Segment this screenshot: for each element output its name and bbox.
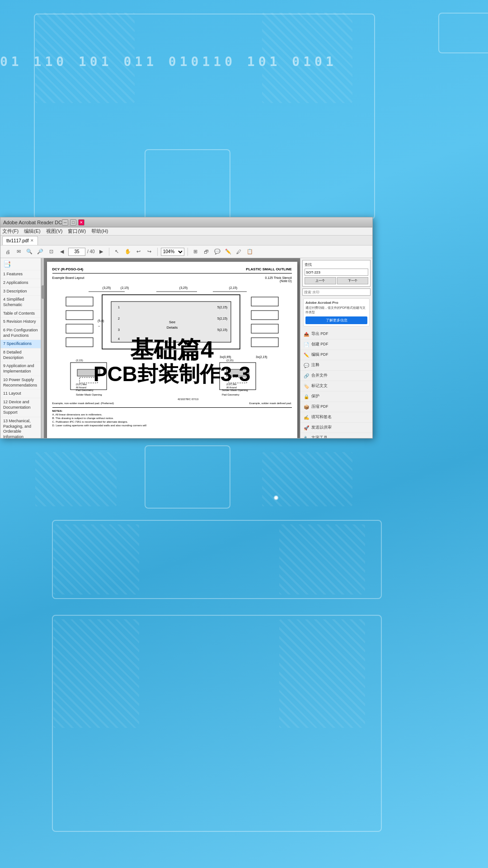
svg-text:4210278/C  07/13: 4210278/C 07/13 — [177, 398, 198, 401]
stamp-button[interactable]: 📋 — [245, 247, 254, 256]
page-total-label: / 40 — [87, 249, 95, 254]
send-review-icon: 🚀 — [303, 425, 310, 431]
tool-send-review[interactable]: 🚀 发送以供审 — [300, 423, 372, 433]
tool-protect[interactable]: 🔒 保护 — [300, 392, 372, 402]
acrobat-promo-box: Adobe Acrobat Pro 通过付费功能，借文件的PDF格式创建与文件类… — [303, 298, 370, 326]
tool-fill-sign[interactable]: ✍️ 填写和签名 — [300, 412, 372, 423]
menu-edit[interactable]: 编辑(E) — [24, 228, 41, 235]
sidebar-label: Table of Contents — [3, 311, 35, 316]
tab-close-button[interactable]: ✕ — [30, 238, 34, 243]
menu-window[interactable]: 窗口(W) — [68, 228, 86, 235]
fit-button[interactable]: ⊡ — [47, 247, 56, 256]
next-page-button[interactable]: ▶ — [97, 247, 106, 256]
find-next-button[interactable]: 下一个 — [337, 277, 369, 284]
svg-text:Pad Geometry: Pad Geometry — [222, 393, 239, 396]
forward-button[interactable]: ↪ — [145, 247, 154, 256]
sidebar-item-device[interactable]: 12 Device and Documentation Support — [0, 398, 41, 417]
sidebar-item-layout[interactable]: 11 Layout — [0, 390, 41, 398]
comment-button[interactable]: 💬 — [213, 247, 222, 256]
page-number-input[interactable] — [68, 248, 85, 256]
deco-rect-mid1 — [145, 149, 230, 226]
stencil-note: 0.125 Thick Stencil(Note D) — [265, 276, 291, 283]
pen-button[interactable]: ✏️ — [224, 247, 233, 256]
prev-page-button[interactable]: ◀ — [57, 247, 66, 256]
sidebar-scrollbar[interactable] — [41, 258, 44, 438]
fit-page-button[interactable]: 🗗 — [202, 247, 211, 256]
comment-label: 注释 — [311, 363, 319, 368]
sidebar-label: Description — [7, 289, 27, 293]
bookmark-icon-row[interactable]: 📑 — [0, 258, 41, 270]
marquee-zoom-button[interactable]: ⊞ — [191, 247, 200, 256]
zoom-out-button[interactable]: 🔎 — [36, 247, 45, 256]
sidebar-item-pin-config[interactable]: 6 Pin Configuration and Functions — [0, 326, 41, 340]
right-panel-search — [302, 288, 371, 296]
svg-text:(2,15): (2,15) — [76, 359, 83, 362]
pdf-tab[interactable]: ttv1117.pdf ✕ — [2, 236, 38, 245]
sidebar-item-description[interactable]: 3 Description — [0, 288, 41, 296]
find-prev-button[interactable]: 上一个 — [305, 277, 336, 284]
diagram-title-label: Example Board Layout — [52, 276, 84, 283]
svg-rect-14 — [251, 338, 278, 347]
hand-tool-button[interactable]: ✋ — [123, 247, 132, 256]
sidebar-label: Revision History — [7, 319, 36, 324]
svg-rect-8 — [66, 311, 93, 320]
sidebar-item-applications[interactable]: 2 Applications — [0, 279, 41, 288]
hatch-block-6 — [279, 524, 365, 594]
sidebar-item-detailed[interactable]: 8 Detailed Description — [0, 349, 41, 362]
svg-text:Solder Mask Opening: Solder Mask Opening — [222, 389, 248, 392]
tool-compress[interactable]: 📦 压缩 PDF — [300, 402, 372, 412]
sidebar-label: Mechanical, Packaging, and Orderable Inf… — [3, 419, 31, 438]
maximize-button[interactable]: □ — [70, 219, 76, 226]
sidebar-item-features[interactable]: 1 Features — [0, 270, 41, 279]
tool-text-tool[interactable]: 🔧 文字工具 — [300, 433, 372, 438]
sidebar-item-schematic[interactable]: 4 Simplified Schematic — [0, 296, 41, 309]
tool-merge[interactable]: 🔗 合并文件 — [300, 371, 372, 381]
sidebar-item-application[interactable]: 9 Application and Implementation — [0, 362, 41, 376]
mark-text-label: 标记文文 — [311, 383, 328, 389]
zoom-in-button[interactable]: 🔍 — [25, 247, 34, 256]
sidebar-item-specifications[interactable]: 7 Specifications — [0, 340, 41, 349]
upgrade-button[interactable]: 了解更多信息 — [305, 316, 367, 324]
back-button[interactable]: ↩ — [134, 247, 143, 256]
find-search-input[interactable] — [305, 269, 368, 276]
pcb-diagram-svg: (3,25) (3,25) (2,15) (2,15) — [52, 283, 292, 401]
right-pad-label: Example, solder mask defined pad. — [249, 402, 292, 405]
menu-help[interactable]: 帮助(H) — [91, 228, 108, 235]
sidebar-scrollbar-thumb[interactable] — [42, 285, 44, 299]
zoom-select[interactable]: 104% — [161, 248, 184, 256]
sidebar-item-power[interactable]: 10 Power Supply Recommendations — [0, 376, 41, 390]
sidebar-label: Application and Implementation — [3, 363, 34, 373]
sidebar-item-mechanical[interactable]: 13 Mechanical, Packaging, and Orderable … — [0, 417, 41, 438]
right-panel-search-input[interactable] — [302, 288, 371, 296]
svg-text:(3,25): (3,25) — [102, 286, 110, 290]
email-button[interactable]: ✉ — [14, 247, 23, 256]
menu-file[interactable]: 文件(F) — [2, 228, 19, 235]
svg-rect-31 — [77, 369, 100, 376]
sidebar-num: 8 — [3, 350, 5, 354]
sidebar-num: 1 — [3, 272, 5, 276]
sidebar-label: Simplified Schematic — [3, 297, 24, 307]
sidebar-item-revision[interactable]: 5 Revision History — [0, 318, 41, 326]
select-tool-button[interactable]: ↖ — [113, 247, 122, 256]
sidebar-item-toc[interactable]: Table of Contents — [0, 310, 41, 318]
hatch-block-7 — [53, 619, 139, 728]
minimize-button[interactable]: ─ — [62, 219, 68, 226]
svg-text:Pad Geometry: Pad Geometry — [76, 389, 94, 392]
menu-view[interactable]: 视图(V) — [46, 228, 63, 235]
print-button[interactable]: 🖨 — [3, 247, 12, 256]
tool-export-pdf[interactable]: 📤 导出 PDF — [300, 329, 372, 340]
svg-text:(2,15): (2,15) — [229, 286, 237, 290]
sidebar-num: 4 — [3, 297, 5, 302]
highlight-button[interactable]: 🖊 — [235, 247, 244, 256]
tool-comment[interactable]: 💬 注释 — [300, 360, 372, 371]
create-pdf-label: 创建 PDF — [311, 342, 328, 347]
send-review-label: 发送以供审 — [311, 425, 332, 430]
tool-mark-text[interactable]: 🏷️ 标记文文 — [300, 381, 372, 392]
svg-rect-34 — [226, 369, 249, 376]
tool-edit-pdf[interactable]: ✏️ 编辑 PDF — [300, 350, 372, 360]
close-button[interactable]: ✕ — [78, 219, 84, 226]
promo-title: Adobe Acrobat Pro — [305, 301, 367, 305]
svg-text:All Around: All Around — [76, 386, 86, 389]
tool-create-pdf[interactable]: 📄 创建 PDF — [300, 340, 372, 350]
pdf-header-left: DCY (R-PDSO-G4) — [52, 267, 84, 271]
